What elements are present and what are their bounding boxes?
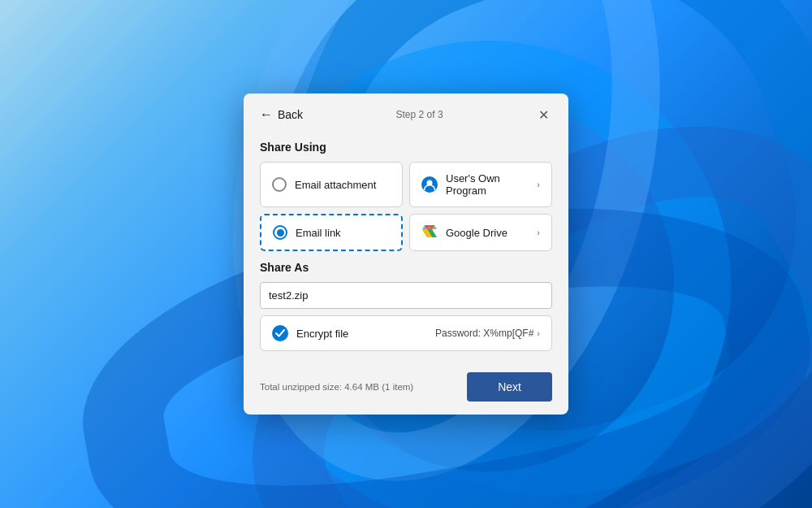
filename-input[interactable] [260,282,552,309]
close-icon: ✕ [538,107,549,123]
dialog-body: Share Using Email attachment User's Own … [244,129,568,364]
back-label: Back [278,108,303,121]
user-icon [421,176,438,193]
back-arrow-icon: ← [260,107,273,122]
dialog-overlay: ← Back Step 2 of 3 ✕ Share Using Email a… [0,0,812,508]
radio-inner-dot [277,229,284,237]
share-using-title: Share Using [260,141,552,154]
dialog-footer: Total unzipped size: 4.64 MB (1 item) Ne… [244,364,568,415]
unzip-size-info: Total unzipped size: 4.64 MB (1 item) [260,382,413,392]
encrypt-label: Encrypt file [296,328,435,340]
option-users-own-program[interactable]: User's Own Program › [409,162,552,207]
share-as-title: Share As [260,261,552,274]
close-button[interactable]: ✕ [533,103,555,126]
option-google-drive[interactable]: Google Drive › [409,214,552,251]
encrypt-chevron: › [537,328,540,338]
encrypt-password-display: Password: X%mp[QF# › [435,328,540,339]
step-indicator: Step 2 of 3 [396,109,443,120]
google-drive-icon [421,225,438,240]
radio-email-link [273,225,287,240]
encrypt-check-icon [272,325,288,341]
radio-email-attachment [272,177,287,192]
share-options-grid: Email attachment User's Own Program › [260,162,552,251]
google-drive-chevron: › [537,228,540,237]
share-as-section: Share As Encrypt file Password: X%mp[QF#… [260,261,552,351]
back-button[interactable]: ← Back [257,106,306,124]
password-value: Password: X%mp[QF# [435,328,533,339]
option-email-attachment[interactable]: Email attachment [260,162,403,207]
google-drive-label: Google Drive [446,227,508,239]
option-email-link[interactable]: Email link [260,214,403,251]
encrypt-row[interactable]: Encrypt file Password: X%mp[QF# › [260,315,552,351]
email-attachment-label: Email attachment [295,179,376,191]
checkmark-icon [275,329,285,337]
users-own-program-label: User's Own Program [446,172,529,197]
email-link-label: Email link [296,227,341,239]
share-dialog: ← Back Step 2 of 3 ✕ Share Using Email a… [244,93,568,415]
dialog-titlebar: ← Back Step 2 of 3 ✕ [244,93,568,129]
next-button[interactable]: Next [467,372,552,402]
users-own-program-chevron: › [537,180,540,189]
